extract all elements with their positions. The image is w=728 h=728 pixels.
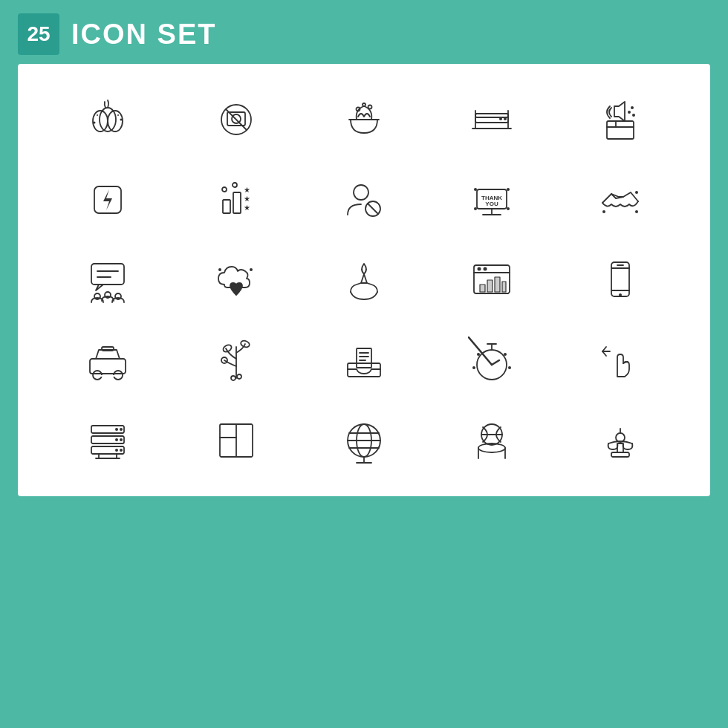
svg-point-26 <box>632 114 635 117</box>
svg-point-16 <box>499 117 502 120</box>
svg-line-38 <box>368 204 378 214</box>
svg-point-62 <box>484 267 487 271</box>
svg-point-78 <box>221 344 232 354</box>
svg-text:★: ★ <box>244 204 250 212</box>
svg-point-57 <box>218 268 221 271</box>
page-title: ICON SET <box>71 19 216 51</box>
svg-rect-15 <box>475 114 508 117</box>
svg-point-101 <box>115 438 118 441</box>
hand-swipe-icon <box>587 327 654 394</box>
badge-number: 25 <box>18 13 59 55</box>
svg-rect-30 <box>233 192 241 213</box>
inbox-icon <box>331 327 397 394</box>
svg-point-47 <box>507 207 510 210</box>
svg-rect-63 <box>480 285 485 292</box>
smartphone-icon <box>587 247 654 313</box>
svg-point-100 <box>120 428 123 431</box>
svg-point-92 <box>477 353 480 356</box>
svg-text:YOU: YOU <box>486 201 499 207</box>
svg-point-102 <box>120 438 123 441</box>
svg-point-13 <box>363 103 365 106</box>
group-chat-icon <box>74 247 141 313</box>
browser-chart-icon <box>458 247 525 313</box>
handshake-icon <box>587 166 654 233</box>
no-photo-icon <box>203 86 270 153</box>
header: 25 ICON SET <box>0 0 728 64</box>
svg-rect-21 <box>607 121 634 139</box>
svg-point-71 <box>619 293 622 296</box>
svg-point-24 <box>628 111 631 114</box>
svg-rect-65 <box>495 277 500 292</box>
svg-rect-14 <box>475 114 508 123</box>
svg-rect-77 <box>102 347 114 351</box>
food-bowl-icon <box>331 86 397 153</box>
svg-rect-68 <box>611 262 629 296</box>
thank-you-sign-icon: THANK YOU <box>458 166 525 233</box>
svg-point-58 <box>250 268 253 271</box>
svg-marker-28 <box>103 189 112 210</box>
svg-rect-98 <box>91 446 124 454</box>
svg-rect-66 <box>502 282 506 292</box>
user-block-icon <box>331 166 397 233</box>
svg-point-12 <box>368 105 371 109</box>
megaphone-box-icon <box>587 86 654 153</box>
svg-point-46 <box>474 207 477 210</box>
award-bar-icon: ★ ★ ★ <box>203 166 270 233</box>
taxi-icon <box>74 327 141 394</box>
svg-point-6 <box>120 119 123 121</box>
svg-rect-29 <box>223 200 230 213</box>
branch-icon <box>203 327 270 394</box>
scale-icon <box>587 407 654 474</box>
svg-point-4 <box>117 114 119 116</box>
cloud-love-icon <box>203 247 270 313</box>
layout-icon <box>203 407 270 474</box>
icon-grid: ★ ★ ★ THANK YOU <box>18 64 710 496</box>
svg-rect-96 <box>91 426 124 433</box>
basketball-icon <box>458 407 525 474</box>
svg-point-81 <box>231 376 235 380</box>
svg-rect-123 <box>611 452 629 457</box>
svg-point-45 <box>507 188 510 191</box>
svg-rect-84 <box>357 348 371 368</box>
pumpkin-icon <box>74 86 141 153</box>
svg-point-104 <box>120 449 123 452</box>
svg-point-50 <box>635 191 638 194</box>
svg-point-5 <box>94 122 96 124</box>
stopwatch-icon <box>458 327 525 394</box>
svg-rect-64 <box>487 280 493 292</box>
svg-point-103 <box>115 449 118 452</box>
svg-rect-97 <box>91 436 124 443</box>
svg-point-44 <box>474 188 477 191</box>
svg-point-99 <box>115 428 118 431</box>
svg-text:★: ★ <box>244 186 250 194</box>
globe-icon <box>331 407 397 474</box>
svg-point-95 <box>472 366 475 369</box>
svg-point-82 <box>237 374 241 379</box>
svg-text:★: ★ <box>244 195 250 203</box>
svg-rect-51 <box>91 264 124 285</box>
svg-point-61 <box>478 267 481 271</box>
svg-point-35 <box>233 183 237 187</box>
ribbon-hands-icon <box>331 247 397 313</box>
svg-point-34 <box>222 187 227 192</box>
svg-point-93 <box>504 353 507 356</box>
svg-point-48 <box>602 210 605 213</box>
svg-point-25 <box>631 106 634 109</box>
svg-point-49 <box>635 210 638 213</box>
server-rack-icon <box>458 86 525 153</box>
svg-point-11 <box>356 108 360 111</box>
svg-point-94 <box>508 366 511 369</box>
svg-point-36 <box>354 185 368 200</box>
svg-point-17 <box>504 117 507 120</box>
svg-point-3 <box>97 114 98 116</box>
lightning-icon <box>74 166 141 233</box>
server-icon <box>74 407 141 474</box>
svg-rect-76 <box>100 375 115 377</box>
svg-line-91 <box>492 360 499 365</box>
svg-rect-83 <box>348 363 380 377</box>
